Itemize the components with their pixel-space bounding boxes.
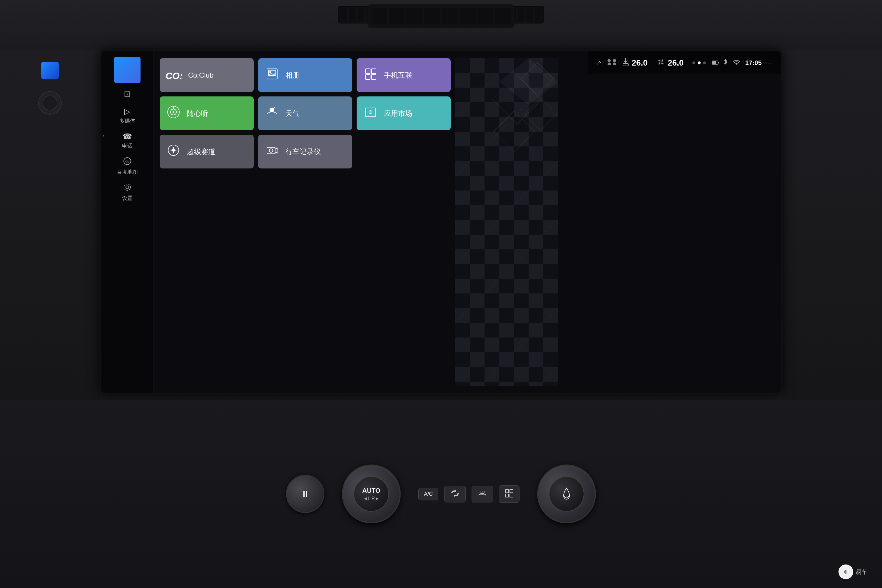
- multimedia-icon: ▷: [124, 107, 130, 116]
- climate-knob-left[interactable]: AUTO ◄L R►: [342, 465, 401, 524]
- coclub-icon: CO:: [165, 69, 183, 82]
- svg-point-2: [126, 186, 129, 189]
- bluetooth-icon: [723, 58, 728, 68]
- sidebar-item-settings[interactable]: 设置: [107, 181, 148, 204]
- phonelink-icon: [363, 68, 379, 83]
- status-right-icons: 17:05 ----: [712, 58, 772, 68]
- app-tile-album[interactable]: 相册: [258, 58, 352, 92]
- svg-rect-42: [510, 494, 513, 497]
- svg-point-9: [172, 149, 175, 152]
- app-tile-music[interactable]: 随心听: [160, 96, 254, 130]
- left-indicator: [41, 62, 59, 80]
- app-tile-dashcam[interactable]: 行车记录仪: [258, 135, 352, 168]
- app-grid: CO: Co:Club 随心听: [154, 51, 588, 393]
- svg-text:©: ©: [844, 570, 847, 574]
- defrost-button[interactable]: [472, 486, 493, 502]
- app-column-2: 相册 天气: [258, 58, 352, 386]
- center-climate-buttons: A/C: [418, 485, 519, 503]
- main-content-area: ⊡ ▷ 多媒体 › ☎ 电话 du: [101, 51, 781, 393]
- svg-point-27: [608, 63, 610, 65]
- map-icon: du: [123, 157, 131, 167]
- left-temp-display: 26.0: [622, 58, 648, 68]
- fan-icon: [657, 58, 665, 68]
- lr-label: ◄L R►: [363, 496, 380, 501]
- svg-rect-39: [506, 489, 508, 493]
- svg-rect-22: [371, 75, 376, 80]
- svg-rect-29: [623, 63, 628, 66]
- svg-point-34: [736, 64, 737, 65]
- svg-rect-17: [267, 147, 275, 154]
- connection-label: ----: [766, 60, 772, 66]
- svg-rect-33: [712, 61, 716, 64]
- svg-point-12: [269, 71, 271, 73]
- menu-icon[interactable]: [608, 58, 616, 68]
- auto-label-container: AUTO ◄L R►: [362, 487, 380, 501]
- app-tile-coclub[interactable]: CO: Co:Club: [160, 58, 254, 92]
- dashcam-icon: [264, 144, 280, 160]
- sidebar-item-phone[interactable]: › ☎ 电话: [107, 130, 148, 152]
- center-top-vent: [368, 4, 514, 28]
- left-knob-small[interactable]: [38, 91, 62, 115]
- appstore-icon: [363, 105, 379, 122]
- status-bar: ⌂: [588, 51, 781, 74]
- app-column-3: 手机互联 应用市场: [357, 58, 451, 386]
- left-side-panel: [0, 50, 100, 400]
- svg-rect-32: [718, 62, 719, 63]
- sidebar-item-baidumap[interactable]: du 百度地图: [107, 154, 148, 178]
- weather-icon: [264, 105, 280, 122]
- climate-knob-right[interactable]: [537, 465, 596, 524]
- screen-content: ⊡ ▷ 多媒体 › ☎ 电话 du: [101, 51, 781, 393]
- race-icon: [165, 144, 182, 160]
- svg-point-6: [172, 111, 174, 113]
- nav-icons: ⌂: [597, 58, 616, 68]
- svg-point-30: [660, 61, 662, 63]
- album-icon: [264, 68, 280, 83]
- brand-square: [114, 57, 141, 83]
- recirculate-icon: [450, 489, 460, 498]
- svg-text:du: du: [125, 159, 129, 164]
- svg-rect-23: [366, 108, 376, 117]
- app-tile-race[interactable]: 超级赛道: [160, 135, 254, 168]
- page-dot-2[interactable]: [698, 62, 700, 64]
- svg-line-15: [274, 107, 275, 108]
- page-dots: [692, 62, 706, 64]
- svg-point-18: [269, 149, 273, 152]
- grid-button[interactable]: [499, 485, 519, 503]
- app-tile-appstore[interactable]: 应用市场: [357, 96, 451, 130]
- svg-rect-21: [366, 75, 370, 80]
- status-center: 26.0 26.0: [622, 58, 706, 68]
- battery-icon: [712, 59, 719, 67]
- knob-right-icon: [558, 485, 575, 503]
- home-icon[interactable]: ⌂: [597, 58, 602, 68]
- music-icon: [165, 105, 182, 122]
- play-pause-icon: ⏸: [300, 489, 310, 500]
- svg-rect-41: [506, 494, 508, 497]
- app-tile-weather[interactable]: 天气: [258, 96, 352, 130]
- svg-rect-40: [510, 489, 513, 493]
- recirculate-button[interactable]: [444, 486, 466, 502]
- knob-inner-left: AUTO ◄L R►: [354, 476, 389, 512]
- knob-inner-right: [549, 476, 584, 512]
- svg-point-28: [613, 63, 616, 65]
- page-dot-1[interactable]: [692, 62, 695, 64]
- phone-icon: ☎: [123, 132, 132, 141]
- svg-rect-19: [366, 69, 370, 74]
- grid-icon: [504, 489, 514, 498]
- page-dot-3[interactable]: [703, 62, 706, 64]
- right-deco-area: [455, 58, 558, 386]
- bottom-controls: ⏸ AUTO ◄L R► A/C: [0, 400, 882, 588]
- right-side-panel: [782, 50, 882, 400]
- app-tile-phonelink[interactable]: 手机互联: [357, 58, 451, 92]
- infotainment-screen: ⊡ ▷ 多媒体 › ☎ 电话 du: [100, 50, 782, 394]
- screen-icon: ⊡: [124, 89, 130, 99]
- svg-point-3: [124, 184, 130, 190]
- ac-button[interactable]: A/C: [418, 488, 438, 500]
- climate-knob-left-wrapper: AUTO ◄L R►: [342, 465, 401, 524]
- left-nav-sidebar: ⊡ ▷ 多媒体 › ☎ 电话 du: [101, 51, 154, 393]
- play-pause-button[interactable]: ⏸: [286, 475, 324, 513]
- sidebar-item-multimedia[interactable]: ▷ 多媒体: [107, 105, 148, 127]
- fan-display: 26.0: [657, 58, 684, 68]
- wifi-icon: [732, 59, 741, 67]
- ac-label: A/C: [424, 491, 433, 497]
- climate-knob-right-wrapper: [537, 465, 596, 524]
